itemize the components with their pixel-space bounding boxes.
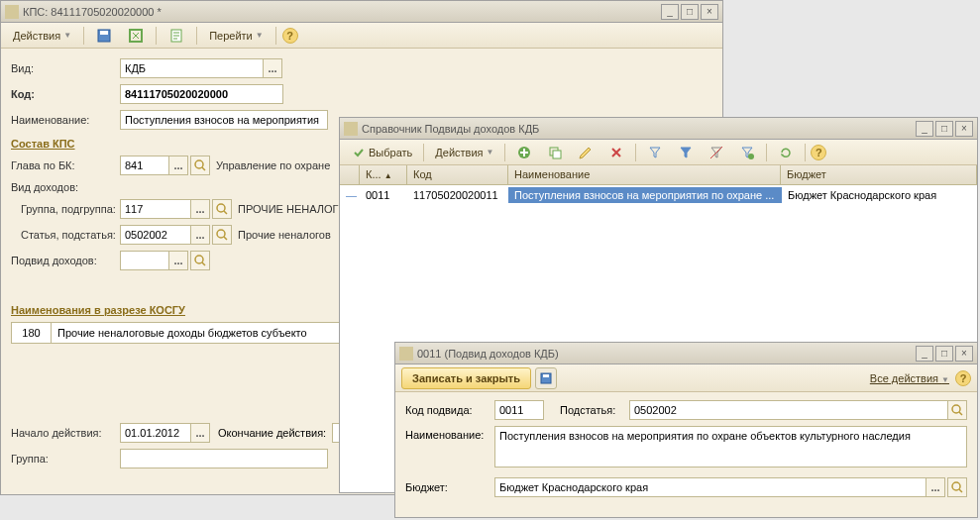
- vid-label: Вид:: [11, 62, 120, 74]
- sub-title: 0011 (Подвид доходов КДБ): [417, 348, 916, 360]
- save-icon-button[interactable]: [535, 367, 557, 389]
- main-title: КПС: 84111705020020000 *: [23, 6, 661, 18]
- svg-point-19: [952, 405, 960, 413]
- svg-point-8: [217, 230, 225, 238]
- edit-icon[interactable]: [572, 143, 599, 162]
- statya-input[interactable]: [120, 225, 191, 245]
- gruppa-input[interactable]: [120, 199, 191, 219]
- budget-search-button[interactable]: [947, 477, 967, 497]
- row-budget: Бюджет Краснодарского края: [782, 187, 977, 203]
- sub-minimize-button[interactable]: _: [916, 346, 933, 362]
- dir-actions-menu[interactable]: Действия▼: [429, 143, 499, 162]
- col-kod[interactable]: Код: [407, 165, 508, 184]
- toolbar-refresh-icon[interactable]: [122, 26, 150, 46]
- toolbar-save-icon[interactable]: [90, 26, 118, 46]
- main-toolbar: Действия▼ Перейти▼ ?: [1, 23, 722, 49]
- help-icon[interactable]: ?: [282, 28, 298, 44]
- close-button[interactable]: ×: [701, 4, 718, 20]
- podvid-label: Подвид доходов:: [11, 255, 120, 266]
- glava-desc: Управление по охране: [216, 159, 330, 171]
- copy-icon[interactable]: [541, 143, 569, 162]
- row-naim: Поступления взносов на мероприятия по ох…: [508, 187, 782, 203]
- svg-line-22: [959, 489, 962, 492]
- gruppa-search-button[interactable]: [212, 199, 232, 219]
- filter4-icon[interactable]: [733, 143, 761, 162]
- budget-ellipsis-button[interactable]: ...: [926, 477, 945, 497]
- row-marker-icon: —: [340, 187, 360, 203]
- svg-line-11: [202, 262, 205, 265]
- gruppa-ellipsis-button[interactable]: ...: [190, 199, 210, 219]
- okonch-label: Окончание действия:: [218, 427, 326, 439]
- grid-header: К... ▲ Код Наименование Бюджет: [340, 165, 977, 185]
- glava-ellipsis-button[interactable]: ...: [168, 156, 188, 175]
- maximize-button[interactable]: □: [681, 4, 699, 20]
- podvid-input[interactable]: [120, 251, 169, 270]
- actions-menu[interactable]: Действия▼: [7, 26, 77, 46]
- refresh-icon[interactable]: [772, 143, 800, 162]
- filter2-icon[interactable]: [672, 143, 700, 162]
- save-close-button[interactable]: Записать и закрыть: [401, 367, 531, 389]
- podstatya-search-button[interactable]: [947, 400, 967, 420]
- svg-point-21: [952, 482, 960, 490]
- minimize-button[interactable]: _: [661, 4, 679, 20]
- grid-row[interactable]: — 0011 11705020020011 Поступления взносо…: [340, 185, 977, 205]
- col-k[interactable]: К... ▲: [360, 165, 407, 184]
- podstatya-input[interactable]: [629, 400, 948, 420]
- dir-title: Справочник Подвиды доходов КДБ: [362, 123, 916, 135]
- vid-ellipsis-button[interactable]: ...: [263, 58, 282, 78]
- naim-label: Наименование:: [11, 114, 120, 126]
- podstatya-label: Подстатья:: [560, 404, 629, 416]
- svg-point-4: [195, 160, 203, 168]
- sub-maximize-button[interactable]: □: [935, 346, 953, 362]
- col-naim[interactable]: Наименование: [508, 165, 781, 184]
- budget-input[interactable]: [494, 477, 926, 497]
- naim-input[interactable]: [120, 110, 328, 130]
- col-marker[interactable]: [340, 165, 360, 184]
- vid-input[interactable]: [120, 58, 264, 78]
- statya-search-button[interactable]: [212, 225, 232, 245]
- nachalo-ellipsis-button[interactable]: ...: [190, 423, 210, 443]
- dir-minimize-button[interactable]: _: [916, 121, 933, 137]
- kod-input[interactable]: [120, 84, 283, 104]
- dir-actions-label: Действия: [435, 147, 483, 158]
- dir-help-icon[interactable]: ?: [811, 145, 826, 160]
- glava-search-button[interactable]: [190, 156, 210, 175]
- kod-podvida-input[interactable]: [494, 400, 544, 420]
- filter3-icon[interactable]: [703, 143, 730, 162]
- sub-naim-label: Наименование:: [405, 426, 494, 441]
- delete-icon[interactable]: [602, 143, 630, 162]
- add-icon[interactable]: [510, 143, 538, 162]
- svg-point-6: [217, 204, 225, 212]
- sub-toolbar: Записать и закрыть Все действия ▼ ?: [395, 364, 977, 392]
- gruppa-desc: ПРОЧИЕ НЕНАЛОГ: [238, 203, 338, 215]
- nachalo-input[interactable]: [120, 423, 191, 443]
- sub-naim-input[interactable]: [494, 426, 967, 468]
- nachalo-label: Начало действия:: [11, 427, 120, 439]
- select-button[interactable]: Выбрать: [346, 143, 418, 162]
- svg-line-9: [224, 237, 227, 240]
- sub-window-icon: [399, 347, 413, 361]
- statya-label: Статья, подстатья:: [11, 229, 120, 241]
- sub-close-button[interactable]: ×: [955, 346, 973, 362]
- all-actions-link[interactable]: Все действия ▼: [870, 372, 949, 384]
- row-kod: 11705020020011: [407, 187, 508, 203]
- kosgu-code: 180: [12, 323, 52, 343]
- podvid-ellipsis-button[interactable]: ...: [168, 251, 188, 270]
- col-budget[interactable]: Бюджет: [781, 165, 977, 184]
- sub-help-icon[interactable]: ?: [955, 370, 971, 386]
- statya-ellipsis-button[interactable]: ...: [190, 225, 210, 245]
- svg-rect-1: [100, 31, 108, 35]
- toolbar-report-icon[interactable]: [163, 26, 190, 46]
- svg-point-10: [195, 256, 203, 263]
- podvid-search-button[interactable]: [190, 251, 210, 270]
- group-input[interactable]: [120, 449, 328, 468]
- dir-close-button[interactable]: ×: [955, 121, 973, 137]
- filter1-icon[interactable]: [641, 143, 669, 162]
- goto-menu[interactable]: Перейти▼: [203, 26, 270, 46]
- kod-podvida-label: Код подвида:: [405, 404, 494, 416]
- glava-input[interactable]: [120, 156, 169, 175]
- row-k: 0011: [360, 187, 407, 203]
- dir-maximize-button[interactable]: □: [935, 121, 953, 137]
- svg-point-16: [748, 154, 754, 159]
- dir-toolbar: Выбрать Действия▼ ?: [340, 140, 977, 165]
